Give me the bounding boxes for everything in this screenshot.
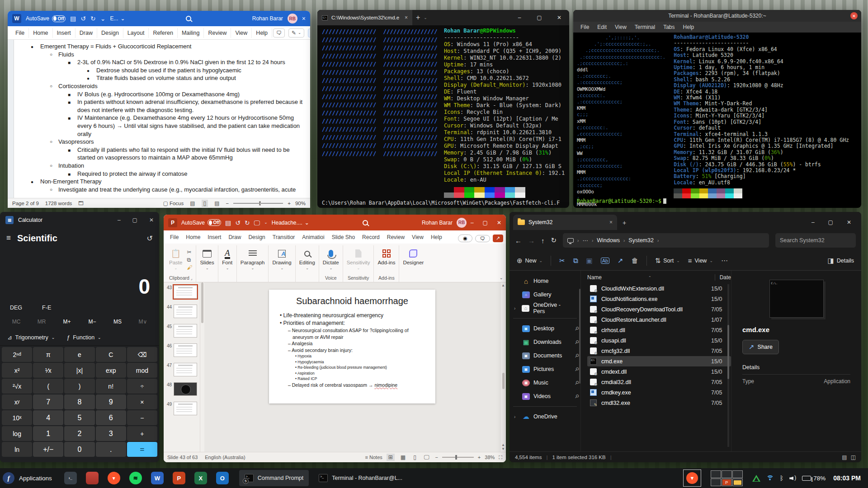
calculator-key[interactable]: 3 [96,426,126,441]
zoom-out-button[interactable]: − [435,455,438,460]
slide-thumbnail-panel[interactable]: 43 44 45 46 [164,282,200,452]
undo-icon[interactable]: ↺ [235,220,241,226]
slide-indicator[interactable]: Slide 43 of 63 [167,455,198,460]
save-icon[interactable]: ▤ [225,220,231,226]
breadcrumb-ellipsis[interactable]: ··· [582,237,588,244]
slideshow-icon[interactable]: 🖵 [422,454,431,461]
calculator-key[interactable]: mod [127,363,157,378]
avatar[interactable]: RB [457,218,467,228]
zoom-level[interactable]: 38% [485,455,495,460]
notes-button[interactable]: ≡ Notes [365,455,382,460]
slide-thumbnail[interactable]: 49 [165,402,199,415]
slide-thumbnail[interactable]: 44 [165,305,199,318]
autosave-toggle[interactable]: AutoSave Off [181,219,221,226]
cut-icon[interactable]: ✂ [187,249,192,255]
new-tab-button[interactable]: + [416,14,420,22]
designer-button[interactable]: Designer [403,246,424,281]
calculator-key[interactable]: ) [64,379,94,394]
word-menu-tab[interactable]: File [11,28,29,38]
excel-launcher-icon[interactable]: X [194,472,207,484]
cmd-tab[interactable]: C:\ C:\Windows\System32\cmd.e × [317,10,412,25]
delete-icon[interactable]: 🗑 [632,257,638,264]
powerpoint-launcher-icon[interactable]: P [173,472,185,484]
share-button[interactable]: ↗⌄ [308,28,310,38]
word-menu-tab[interactable]: Insert [53,28,75,38]
slide-scrollbar[interactable]: ▲ ▲ ▼ [500,282,506,452]
file-row[interactable]: cmdkey.exe 7/05 [587,387,731,398]
ribbon-tab[interactable]: View [408,232,427,244]
slide-thumbnail[interactable]: 43 [165,285,199,299]
calculator-key[interactable]: 1 [33,426,63,441]
workspace-cell[interactable] [732,479,743,486]
maximize-button[interactable]: ▢ [529,10,549,25]
minimize-button[interactable]: – [471,220,474,226]
angle-unit-button[interactable]: DEG [10,305,22,311]
workspace-cell[interactable] [722,479,732,486]
name-column-header[interactable]: Name [587,274,648,281]
save-icon[interactable]: ▤ [70,15,76,22]
present-icon[interactable]: 🖵 [254,220,260,226]
calculator-key[interactable]: − [127,410,157,425]
terminal-content[interactable]: .',;::::;,'. .';:cccccccccccc:;,. .;cccc… [573,33,861,208]
maximize-button[interactable]: ▢ [483,220,488,226]
print-layout-icon[interactable]: ▯ [202,200,208,207]
memory-button[interactable]: MC [4,319,29,325]
slide-canvas[interactable]: Subarachnoid haemorrhage • Life-threaten… [204,282,500,452]
explorer-tab[interactable]: System32 × [513,215,617,230]
volume-icon[interactable] [789,475,796,481]
close-button[interactable]: ✕ [149,217,154,223]
calculator-key[interactable]: 6 [96,410,126,425]
spotify-launcher-icon[interactable]: ≋ [129,472,142,484]
sidebar-item[interactable]: ▣ Documents ⚲ [509,349,580,362]
word-menu-tab[interactable]: Draw [75,28,97,38]
ribbon-tab[interactable]: Home [182,232,204,244]
next-slide-icon[interactable]: ▼ [501,447,505,451]
files-launcher-icon[interactable] [86,472,99,484]
calculator-key[interactable]: . [96,442,126,457]
zoom-slider[interactable] [233,203,283,204]
redo-icon[interactable]: ↻ [245,220,250,226]
search-input[interactable]: Search System32 [775,233,856,248]
file-row[interactable]: CloudRecoveryDownloadTool.dll 7/05 [587,304,731,314]
word-menu-tab[interactable]: Referen [149,28,177,38]
calculator-key[interactable]: x² [2,363,32,378]
slide-thumbnail[interactable]: 47 [165,363,199,376]
calculator-key[interactable]: 2 [64,426,94,441]
calculator-key[interactable]: 9 [96,394,126,409]
web-layout-icon[interactable]: ▤ [212,200,221,207]
zoom-level[interactable]: 90% [295,201,306,206]
list-view-toggle-icon[interactable]: ▤ [842,454,847,460]
search-icon[interactable] [363,220,368,225]
applications-menu-label[interactable]: Applications [19,475,52,482]
terminal-menu-item[interactable]: Help [679,23,698,31]
format-painter-icon[interactable]: 🖌 [187,264,192,271]
calculator-key[interactable]: 10ˣ [2,410,32,425]
terminal-menu-item[interactable]: View [611,23,630,31]
file-row[interactable]: CloudNotifications.exe 15/0 [587,294,731,304]
autosave-toggle[interactable]: AutoSave Off [26,15,66,22]
scroll-up-icon[interactable]: ▲ [501,283,505,287]
drawing-button[interactable]: ADrawing⌄ [272,246,291,281]
sidebar-item[interactable]: ▣ Desktop ⚲ [509,322,580,335]
slide-sorter-icon[interactable]: ▦ [399,454,407,461]
sidebar-item[interactable]: ⌂ Home ⚲ [509,274,580,288]
date-column-header[interactable]: Date [715,274,731,281]
wifi-icon[interactable] [766,475,774,481]
share-button[interactable]: ↗Share [742,340,779,354]
terminal-menu-item[interactable]: Terminal [631,23,659,31]
editing-mode-button[interactable]: ✎⌄ [288,28,304,38]
close-button[interactable]: ✕ [549,10,569,25]
memory-button[interactable]: M− [80,319,105,325]
calculator-key[interactable]: ln [2,442,32,457]
calculator-key[interactable]: xʸ [2,394,32,409]
copy-icon[interactable]: ⧉ [187,257,192,263]
comments-button[interactable]: 🗨 [475,235,490,242]
sidebar-scrollbar[interactable] [579,289,580,384]
more-options-icon[interactable]: ⋯ [721,257,728,265]
calculator-key[interactable]: 0 [64,442,94,457]
slide-thumbnail[interactable]: 48 [165,382,199,396]
calculator-key[interactable]: ÷ [127,379,157,394]
avatar[interactable]: RB [288,14,297,23]
tab-dropdown-icon[interactable]: ⌄ [424,15,427,20]
terminal-launcher-icon[interactable]: ›_ [64,472,77,484]
